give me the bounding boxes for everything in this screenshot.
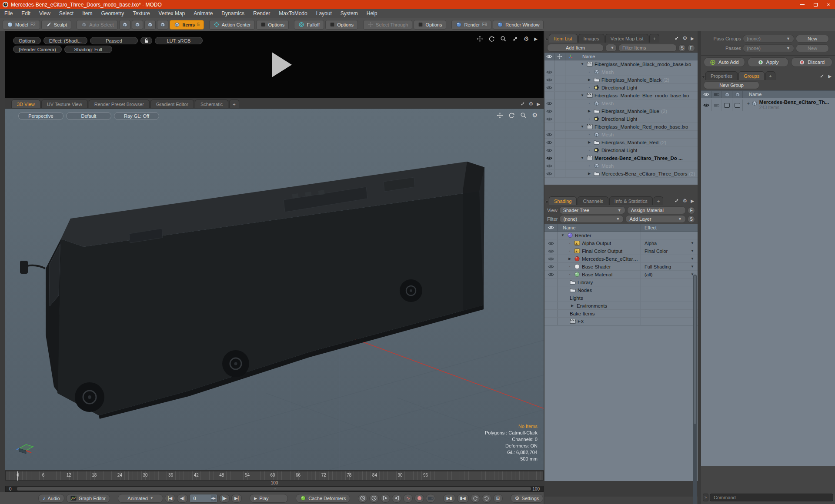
scope-button[interactable]: S bbox=[688, 216, 695, 223]
panel-arrow-icon[interactable]: ▶ bbox=[534, 36, 538, 41]
effect-value[interactable]: Alpha bbox=[641, 239, 691, 247]
tab-images[interactable]: Images bbox=[578, 34, 605, 43]
go-to-start-button[interactable]: |◀ bbox=[165, 494, 175, 503]
shading-mode-button[interactable]: Default bbox=[66, 112, 111, 120]
raygl-button[interactable]: Ray GL: Off bbox=[114, 112, 159, 120]
effect-dropdown-icon[interactable]: ▼ bbox=[691, 241, 698, 245]
tab-item-list[interactable]: Item List bbox=[549, 34, 578, 43]
shader-row[interactable]: ▪Base Material(all)▼ bbox=[544, 271, 698, 279]
keyframe-out-button[interactable] bbox=[392, 494, 401, 503]
gear-icon[interactable]: ⚙ bbox=[524, 36, 529, 42]
auto-key-button[interactable] bbox=[414, 494, 424, 503]
eye-icon[interactable] bbox=[546, 86, 552, 90]
command-toggle-button[interactable]: > bbox=[703, 494, 708, 501]
camera-icon[interactable] bbox=[714, 103, 719, 107]
menu-system[interactable]: System bbox=[336, 9, 362, 18]
effect-value[interactable] bbox=[641, 302, 691, 309]
group-row[interactable]: + Mercedes-Benz_eCitaro_Th... 243 Items bbox=[701, 98, 835, 113]
menu-layout[interactable]: Layout bbox=[312, 9, 336, 18]
item-row[interactable]: ▪Mesh bbox=[544, 131, 698, 139]
tab-3d-view[interactable]: 3D View bbox=[11, 99, 40, 108]
filter-button[interactable]: F bbox=[688, 44, 695, 52]
render-preview-pane[interactable]: Options Effect: (Shadi... Paused LUT: sR… bbox=[5, 31, 544, 98]
select-through-button[interactable]: Select Through bbox=[363, 20, 412, 30]
effect-value[interactable] bbox=[641, 232, 691, 239]
expand-icon[interactable]: ▶ bbox=[587, 109, 592, 113]
timeline[interactable]: 06121824303642485460667278849096 100 0 ∷… bbox=[5, 470, 544, 492]
expand-icon[interactable]: ▶ bbox=[587, 78, 592, 82]
select-through-options-button[interactable]: Options bbox=[414, 20, 446, 30]
shader-row[interactable]: Bake Items bbox=[544, 310, 698, 318]
render-window-button[interactable]: Render Window bbox=[493, 20, 544, 30]
expand-icon[interactable] bbox=[520, 101, 525, 106]
eye-icon[interactable] bbox=[546, 133, 552, 137]
timeline-ruler[interactable]: 06121824303642485460667278849096 bbox=[5, 471, 544, 481]
expand-icon[interactable]: ▶ bbox=[587, 140, 592, 144]
shader-row[interactable]: Library bbox=[544, 279, 698, 286]
zoom-icon[interactable] bbox=[500, 36, 507, 42]
menu-render[interactable]: Render bbox=[249, 9, 274, 18]
effect-value[interactable] bbox=[641, 310, 691, 317]
item-row[interactable]: ▼Mercedes-Benz_eCitaro_Three_Do ... bbox=[544, 154, 698, 162]
select-materials-button[interactable] bbox=[157, 20, 168, 30]
effect-dropdown-icon[interactable]: ▼ bbox=[691, 265, 698, 269]
falloff-button[interactable]: Falloff bbox=[294, 20, 324, 30]
menu-maxtomodo[interactable]: MaxToModo bbox=[274, 9, 311, 18]
tab-groups[interactable]: Groups bbox=[738, 71, 765, 80]
scope-button[interactable]: S bbox=[678, 44, 686, 52]
gear-icon[interactable]: ⚙ bbox=[683, 35, 688, 41]
model-button[interactable]: ModelF2 bbox=[3, 20, 40, 30]
select-vertices-button[interactable] bbox=[119, 20, 130, 30]
minimize-button[interactable] bbox=[796, 0, 809, 9]
zoom-icon[interactable] bbox=[520, 112, 527, 119]
action-center-options-button[interactable]: Options bbox=[256, 20, 289, 30]
tab-vertex-map-list[interactable]: Vertex Map List bbox=[605, 34, 649, 43]
settings-button[interactable]: ⚙Settings bbox=[511, 494, 544, 503]
effect-value[interactable]: Final Color bbox=[641, 247, 691, 255]
menu-select[interactable]: Select bbox=[55, 9, 78, 18]
go-to-end-button[interactable]: ▶| bbox=[231, 494, 242, 503]
eye-icon[interactable] bbox=[546, 140, 552, 145]
panel-arrow-icon[interactable]: ▶ bbox=[691, 199, 694, 203]
tab-uv-texture-view[interactable]: UV Texture View bbox=[41, 99, 88, 108]
command-input[interactable]: Command bbox=[710, 494, 833, 501]
panel-thumb-icon[interactable] bbox=[702, 75, 705, 78]
audio-button[interactable]: ♪Audio bbox=[38, 494, 64, 503]
gear-icon[interactable]: ⚙ bbox=[529, 101, 534, 107]
tab-add-button[interactable]: + bbox=[649, 34, 659, 43]
item-row[interactable]: ▪Mesh bbox=[544, 99, 698, 107]
shader-row[interactable]: Nodes bbox=[544, 286, 698, 294]
expand-icon[interactable] bbox=[674, 198, 679, 203]
time-system-button[interactable] bbox=[358, 494, 367, 503]
pan-icon[interactable] bbox=[497, 112, 503, 119]
effect-value[interactable]: (all) bbox=[641, 271, 691, 278]
gear-icon[interactable]: ⚙ bbox=[683, 198, 688, 204]
passes-new-button[interactable]: New bbox=[796, 44, 829, 52]
name-column-header[interactable]: Name bbox=[576, 54, 595, 59]
eye-icon[interactable] bbox=[546, 70, 552, 74]
tab-channels[interactable]: Channels bbox=[578, 196, 608, 205]
maximize-button[interactable] bbox=[809, 0, 822, 9]
item-row[interactable]: ▼Fiberglass_Manhole_Black_modo_base.lxo bbox=[544, 60, 698, 68]
timeline-range-bar[interactable]: 0 ∷ 100 bbox=[5, 486, 544, 492]
eye-icon[interactable] bbox=[548, 241, 554, 245]
keyframe-in-button[interactable] bbox=[381, 494, 390, 503]
eye-icon[interactable] bbox=[546, 156, 552, 160]
close-button[interactable]: × bbox=[822, 0, 835, 9]
eye-icon[interactable] bbox=[548, 257, 554, 261]
effect-value[interactable] bbox=[641, 255, 691, 262]
tab-properties[interactable]: Properties bbox=[705, 71, 738, 80]
eye-icon[interactable] bbox=[546, 117, 552, 121]
preview-options-button[interactable]: Options bbox=[13, 37, 41, 44]
preview-camera-button[interactable]: (Render Camera) bbox=[13, 46, 62, 53]
expand-plus-icon[interactable]: + bbox=[747, 101, 750, 106]
checkbox[interactable] bbox=[724, 103, 730, 108]
tab-add-button[interactable]: + bbox=[654, 196, 663, 205]
panel-thumb-icon[interactable] bbox=[545, 200, 548, 203]
expand-icon[interactable]: ▶ bbox=[570, 304, 575, 308]
item-row[interactable]: ▼Fiberglass_Manhole_Blue_modo_base.lxo bbox=[544, 92, 698, 99]
apply-button[interactable]: Apply bbox=[748, 57, 789, 67]
view-dropdown[interactable]: Shader Tree▼ bbox=[559, 206, 625, 214]
preview-paused-button[interactable]: Paused bbox=[90, 37, 138, 44]
next-frame-button[interactable]: |▶ bbox=[219, 494, 230, 503]
